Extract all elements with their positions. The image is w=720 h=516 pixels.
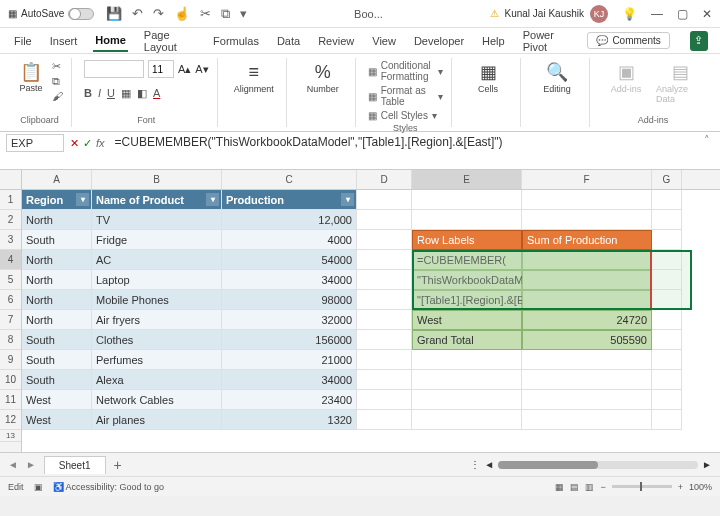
paste-button[interactable]: 📋Paste: [16, 60, 46, 102]
save-icon[interactable]: 💾: [106, 6, 122, 22]
tab-help[interactable]: Help: [480, 31, 507, 51]
cell[interactable]: Air fryers: [92, 310, 222, 330]
cell[interactable]: North: [22, 270, 92, 290]
cell[interactable]: 34000: [222, 270, 357, 290]
zoom-level[interactable]: 100%: [689, 482, 712, 492]
tab-file[interactable]: File: [12, 31, 34, 51]
cell[interactable]: [357, 210, 412, 230]
col-header[interactable]: D: [357, 170, 412, 189]
view-pagebreak-icon[interactable]: ▥: [585, 482, 594, 492]
filter-dropdown-icon[interactable]: ▾: [76, 193, 89, 206]
copy-button[interactable]: ⧉: [52, 75, 63, 88]
cell[interactable]: Laptop: [92, 270, 222, 290]
cell[interactable]: [412, 370, 522, 390]
cell[interactable]: [412, 350, 522, 370]
cell[interactable]: [357, 310, 412, 330]
table-header-production[interactable]: Production▾: [222, 190, 357, 210]
tab-developer[interactable]: Developer: [412, 31, 466, 51]
border-button[interactable]: ▦: [121, 87, 131, 100]
cut-button[interactable]: ✂: [52, 60, 63, 73]
decrease-font-icon[interactable]: A▾: [195, 63, 208, 76]
row-header[interactable]: 11: [0, 390, 21, 410]
macro-record-icon[interactable]: ▣: [34, 482, 43, 492]
cell[interactable]: 505590: [522, 330, 652, 350]
cell[interactable]: North: [22, 310, 92, 330]
accessibility-status[interactable]: ♿ Accessibility: Good to go: [53, 482, 165, 492]
filter-dropdown-icon[interactable]: ▾: [206, 193, 219, 206]
increase-font-icon[interactable]: A▴: [178, 63, 191, 76]
pivot-header-sum[interactable]: Sum of Production: [522, 230, 652, 250]
comments-button[interactable]: 💬 Comments: [587, 32, 669, 49]
col-header[interactable]: B: [92, 170, 222, 189]
zoom-out-icon[interactable]: −: [600, 482, 605, 492]
zoom-slider[interactable]: [612, 485, 672, 488]
cell[interactable]: Mobile Phones: [92, 290, 222, 310]
cell[interactable]: Fridge: [92, 230, 222, 250]
touch-mode-icon[interactable]: ☝: [174, 6, 190, 22]
cell[interactable]: [522, 250, 652, 270]
italic-button[interactable]: I: [98, 87, 101, 100]
tab-view[interactable]: View: [370, 31, 398, 51]
cell[interactable]: TV: [92, 210, 222, 230]
undo-icon[interactable]: ↶: [132, 6, 143, 22]
fx-icon[interactable]: fx: [96, 137, 105, 149]
cell[interactable]: [522, 190, 652, 210]
cell[interactable]: [652, 290, 682, 310]
cell[interactable]: [357, 410, 412, 430]
cell[interactable]: [652, 310, 682, 330]
format-as-table-button[interactable]: ▦ Format as Table ▾: [368, 85, 443, 107]
row-header[interactable]: 10: [0, 370, 21, 390]
font-family-select[interactable]: [84, 60, 144, 78]
user-name[interactable]: Kunal Jai Kaushik: [505, 8, 585, 19]
format-painter-button[interactable]: 🖌: [52, 90, 63, 102]
minimize-icon[interactable]: —: [651, 7, 663, 21]
cell[interactable]: North: [22, 250, 92, 270]
analyze-data-button[interactable]: ▤Analyze Data: [656, 60, 704, 104]
cell[interactable]: "ThisWorkbookDataModel",: [412, 270, 522, 290]
cell[interactable]: [522, 290, 652, 310]
cell[interactable]: [357, 290, 412, 310]
cell[interactable]: 4000: [222, 230, 357, 250]
filter-dropdown-icon[interactable]: ▾: [341, 193, 354, 206]
cell[interactable]: [652, 370, 682, 390]
font-size-select[interactable]: [148, 60, 174, 78]
scroll-left-icon[interactable]: ◄: [484, 459, 494, 470]
cell[interactable]: Clothes: [92, 330, 222, 350]
cell[interactable]: [412, 210, 522, 230]
cell[interactable]: Air planes: [92, 410, 222, 430]
cells-button[interactable]: ▦Cells: [464, 60, 512, 94]
addins-button[interactable]: ▣Add-ins: [602, 60, 650, 94]
qat-dropdown-icon[interactable]: ▾: [240, 6, 247, 22]
view-normal-icon[interactable]: ▦: [555, 482, 564, 492]
name-box[interactable]: EXP: [6, 134, 64, 152]
toggle-off-icon[interactable]: [68, 8, 94, 20]
tab-nav-next-icon[interactable]: ►: [26, 459, 36, 470]
cell[interactable]: West: [22, 410, 92, 430]
conditional-formatting-button[interactable]: ▦ Conditional Formatting ▾: [368, 60, 443, 82]
cell[interactable]: [412, 190, 522, 210]
cell[interactable]: [412, 390, 522, 410]
col-header[interactable]: C: [222, 170, 357, 189]
enter-icon[interactable]: ✓: [83, 137, 92, 150]
tab-insert[interactable]: Insert: [48, 31, 80, 51]
cell[interactable]: 32000: [222, 310, 357, 330]
cell[interactable]: [412, 410, 522, 430]
col-header[interactable]: A: [22, 170, 92, 189]
tab-data[interactable]: Data: [275, 31, 302, 51]
tab-home[interactable]: Home: [93, 30, 128, 52]
cell[interactable]: South: [22, 350, 92, 370]
cell[interactable]: [522, 350, 652, 370]
avatar[interactable]: KJ: [590, 5, 608, 23]
row-header[interactable]: 8: [0, 330, 21, 350]
row-header[interactable]: 5: [0, 270, 21, 290]
horizontal-scrollbar[interactable]: [498, 461, 698, 469]
select-all-corner[interactable]: [0, 170, 21, 190]
close-icon[interactable]: ✕: [702, 7, 712, 21]
cell[interactable]: [357, 230, 412, 250]
col-header[interactable]: F: [522, 170, 652, 189]
copy-icon[interactable]: ⧉: [221, 6, 230, 22]
cell[interactable]: [357, 190, 412, 210]
cancel-icon[interactable]: ✕: [70, 137, 79, 150]
scroll-right-icon[interactable]: ►: [702, 459, 712, 470]
row-header[interactable]: 7: [0, 310, 21, 330]
